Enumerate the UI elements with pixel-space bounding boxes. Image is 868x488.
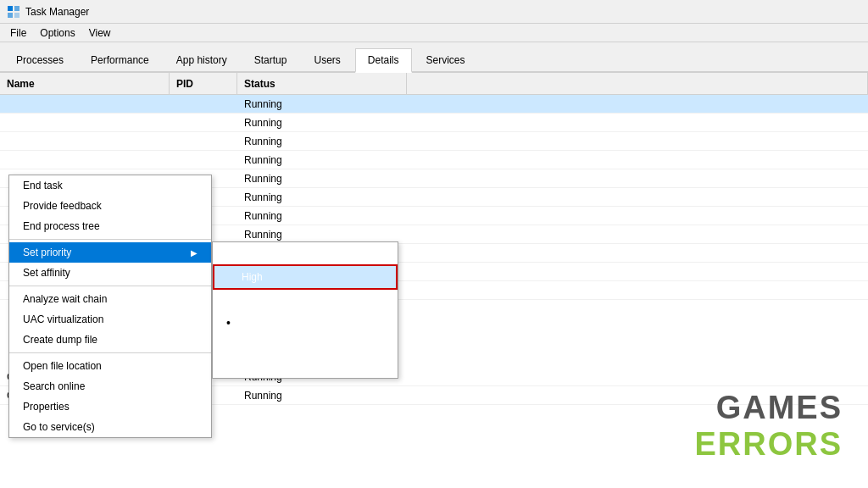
ctx-set-priority[interactable]: Set priority ▶ Realtime High Above norma…: [9, 242, 211, 263]
menu-file[interactable]: File: [3, 25, 33, 41]
bullet-below-normal: [226, 338, 240, 352]
cell-pid: [170, 158, 237, 162]
submenu-arrow-icon: ▶: [191, 248, 198, 258]
cell-status: Running: [237, 115, 407, 130]
submenu-high[interactable]: High: [213, 264, 398, 290]
title-bar: Task Manager: [0, 0, 868, 24]
col-header-name[interactable]: Name: [0, 73, 170, 94]
priority-submenu: Realtime High Above normal • Normal Belo…: [212, 241, 398, 379]
ctx-properties[interactable]: Properties: [9, 396, 211, 417]
tab-users[interactable]: Users: [301, 48, 353, 71]
bullet-high: [228, 270, 242, 284]
app-title: Task Manager: [25, 6, 89, 18]
cell-name: [0, 121, 170, 125]
tab-details[interactable]: Details: [355, 48, 412, 73]
cell-status: Running: [237, 208, 407, 224]
tab-startup[interactable]: Startup: [242, 48, 300, 71]
separator-3: [9, 352, 211, 353]
tab-bar: Processes Performance App history Startu…: [0, 42, 868, 73]
submenu-low[interactable]: Low: [213, 356, 398, 378]
svg-rect-3: [14, 13, 19, 18]
ctx-end-task[interactable]: End task: [9, 175, 211, 196]
menu-view[interactable]: View: [82, 25, 118, 41]
submenu-above-normal[interactable]: Above normal: [213, 290, 398, 312]
cell-name: [0, 158, 170, 162]
menu-bar: File Options View: [0, 24, 868, 42]
main-content: Name PID Status Running Running Running …: [0, 73, 868, 488]
ctx-search-online[interactable]: Search online: [9, 376, 211, 396]
bullet-low: [226, 360, 240, 374]
svg-rect-0: [8, 6, 13, 11]
cell-status: Running: [237, 97, 407, 112]
cell-status: Running: [237, 171, 407, 186]
cell-status: Running: [237, 227, 407, 242]
context-menu: End task Provide feedback End process tr…: [8, 175, 212, 438]
table-row[interactable]: Running: [0, 151, 868, 169]
cell-status: Running: [237, 190, 407, 205]
cell-pid: [170, 103, 237, 106]
cell-name: [0, 103, 170, 106]
submenu-normal[interactable]: • Normal: [213, 312, 398, 334]
ctx-set-affinity[interactable]: Set affinity: [9, 263, 211, 283]
ctx-analyze-wait-chain[interactable]: Analyze wait chain: [9, 289, 211, 309]
svg-rect-1: [14, 6, 19, 11]
watermark-games: GAMES: [694, 390, 843, 426]
svg-rect-2: [8, 13, 13, 18]
cell-name: [0, 140, 170, 143]
ctx-provide-feedback[interactable]: Provide feedback: [9, 196, 211, 216]
table-row[interactable]: Running: [0, 95, 868, 114]
submenu-realtime[interactable]: Realtime: [213, 242, 398, 264]
menu-options[interactable]: Options: [33, 25, 81, 41]
app-icon: [7, 5, 20, 19]
cell-status: Running: [237, 152, 407, 168]
bullet-normal: •: [226, 316, 240, 330]
cell-status: Running: [237, 388, 407, 403]
col-header-pid[interactable]: PID: [170, 73, 237, 94]
ctx-end-process-tree[interactable]: End process tree: [9, 216, 211, 236]
bullet-realtime: [226, 247, 240, 260]
col-header-status[interactable]: Status: [237, 73, 407, 94]
tab-services[interactable]: Services: [414, 48, 478, 71]
table-row[interactable]: Running: [0, 132, 868, 151]
ctx-uac-virtualization[interactable]: UAC virtualization: [9, 309, 211, 330]
table-row[interactable]: Running: [0, 114, 868, 132]
column-headers: Name PID Status: [0, 73, 868, 95]
cell-status: Running: [237, 134, 407, 149]
bullet-above-normal: [226, 294, 240, 308]
tab-processes[interactable]: Processes: [3, 48, 76, 71]
watermark-errors: ERRORS: [694, 426, 843, 463]
cell-pid: [170, 121, 237, 125]
ctx-create-dump[interactable]: Create dump file: [9, 330, 211, 350]
submenu-below-normal[interactable]: Below normal: [213, 334, 398, 356]
ctx-go-to-services[interactable]: Go to service(s): [9, 417, 211, 437]
separator-2: [9, 286, 211, 286]
tab-performance[interactable]: Performance: [78, 48, 162, 71]
watermark: GAMES ERRORS: [694, 390, 843, 463]
col-header-rest: [407, 73, 868, 94]
ctx-open-file-location[interactable]: Open file location: [9, 356, 211, 376]
separator-1: [9, 239, 211, 240]
cell-pid: [170, 140, 237, 143]
tab-app-history[interactable]: App history: [164, 48, 240, 71]
